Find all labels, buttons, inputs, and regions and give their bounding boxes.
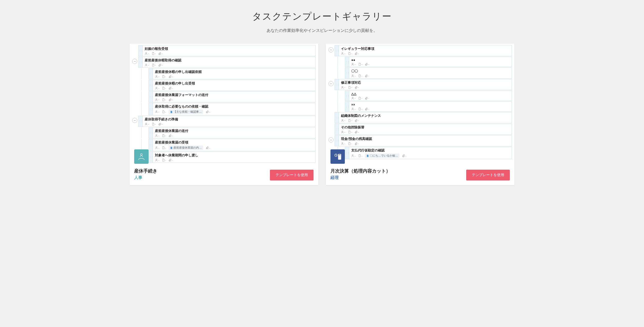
- drag-handle-icon[interactable]: ⋮⋮: [149, 80, 153, 91]
- task-title: 産前産後休暇の申し出確認依頼: [155, 70, 313, 74]
- task-meta: ---: [351, 107, 510, 110]
- task-title: 産前産後休業届の送付: [155, 129, 313, 133]
- page-header: タスクテンプレートギャラリー あなたの作業効率化やインスピレーションに少しの貢献…: [130, 10, 514, 33]
- use-template-button[interactable]: テンプレートを使用: [466, 170, 510, 180]
- task-meta: ---: [145, 63, 313, 66]
- task-meta: ---: [155, 86, 313, 90]
- task-title: ●●: [351, 58, 510, 62]
- collapse-icon[interactable]: −: [132, 118, 137, 123]
- task-title: 産休取得に必要なものの依頼・確認: [155, 104, 313, 109]
- task-item[interactable]: ⋮⋮産前産後休業届フォーマットの送付---: [149, 91, 316, 102]
- drag-handle-icon[interactable]: ⋮⋮: [149, 152, 153, 162]
- svg-point-16: [352, 108, 353, 109]
- task-meta: ---: [145, 52, 313, 55]
- task-title: ××: [351, 103, 510, 107]
- task-item[interactable]: ⋮⋮産休取得手続きの準備---: [138, 116, 316, 127]
- task-row: ⋮⋮●●---: [328, 57, 512, 67]
- collapse-icon[interactable]: −: [132, 59, 137, 64]
- task-row: ⋮⋮〇〇---: [328, 68, 512, 79]
- task-meta: ---: [155, 98, 313, 101]
- task-item[interactable]: ⋮⋮産前産後休暇取得の確認---: [138, 57, 316, 68]
- drag-handle-icon[interactable]: ⋮⋮: [335, 124, 339, 134]
- task-item[interactable]: ⋮⋮産前産後休暇の申し出確認依頼---: [149, 68, 316, 79]
- task-item[interactable]: ⋮⋮〇〇---: [345, 68, 512, 79]
- cards-container: ⋮⋮妊娠の報告受領---−⋮⋮産前産後休暇取得の確認---⋮⋮産前産後休暇の申し…: [130, 44, 514, 185]
- svg-point-28: [339, 157, 340, 157]
- svg-point-2: [156, 75, 157, 76]
- drag-handle-icon[interactable]: ⋮⋮: [335, 112, 339, 123]
- task-row: ⋮⋮対象者へ休業期間の申し渡し---: [132, 152, 316, 163]
- task-item[interactable]: ⋮⋮組織体制図のメンテナンス---: [335, 112, 512, 123]
- task-title: 妊娠の報告受領: [145, 46, 313, 51]
- drag-handle-icon[interactable]: ⋮⋮: [345, 102, 349, 111]
- drag-handle-icon[interactable]: ⋮⋮: [335, 136, 339, 146]
- task-title: 産前産後休暇取得の確認: [145, 58, 313, 63]
- svg-point-6: [145, 123, 147, 124]
- task-title: △△: [351, 92, 510, 96]
- collapse-icon[interactable]: −: [328, 137, 334, 142]
- svg-point-18: [342, 131, 343, 132]
- task-row: ⋮⋮妊娠の報告受領---: [132, 45, 316, 56]
- task-title: イレギュラー対応事項: [341, 46, 510, 51]
- task-item[interactable]: ⋮⋮修正事項対応---: [335, 79, 512, 90]
- task-item[interactable]: ⋮⋮その他控除振替---: [335, 124, 512, 135]
- svg-point-4: [156, 99, 157, 100]
- drag-handle-icon[interactable]: ⋮⋮: [149, 139, 153, 151]
- drag-handle-icon[interactable]: ⋮⋮: [335, 45, 339, 56]
- task-row: ⋮⋮支払代行仮勘定の確認--〇にち…でいるか確…-: [328, 147, 512, 159]
- task-title: 産前産後休業届フォーマットの送付: [155, 93, 313, 97]
- task-row: ⋮⋮産前産後休暇の申し出確認依頼---: [132, 68, 316, 79]
- task-row: ⋮⋮組織体制図のメンテナンス---: [328, 112, 512, 123]
- drag-handle-icon[interactable]: ⋮⋮: [149, 103, 153, 115]
- drag-handle-icon[interactable]: ⋮⋮: [345, 57, 349, 67]
- svg-point-29: [340, 157, 341, 157]
- drag-handle-icon[interactable]: ⋮⋮: [139, 45, 143, 56]
- task-item[interactable]: ⋮⋮××---: [345, 101, 512, 112]
- task-meta: --【主な依頼・確認事…-: [155, 110, 313, 114]
- collapse-icon[interactable]: −: [328, 47, 334, 52]
- task-row: ⋮⋮産前産後休暇の申し出受領---: [132, 80, 316, 91]
- collapse-icon[interactable]: −: [328, 81, 334, 86]
- template-category[interactable]: 経理: [330, 175, 391, 180]
- task-title: 産休取得手続きの準備: [145, 117, 313, 122]
- card-footer: 月次決算（処理内容カット）経理テンプレートを使用: [326, 163, 514, 185]
- task-title: 現金/預金の残高確認: [341, 137, 510, 141]
- drag-handle-icon[interactable]: ⋮⋮: [139, 57, 143, 68]
- drag-handle-icon[interactable]: ⋮⋮: [345, 147, 349, 159]
- drag-handle-icon[interactable]: ⋮⋮: [149, 69, 153, 79]
- task-item[interactable]: ⋮⋮妊娠の報告受領---: [138, 45, 316, 56]
- task-row: −⋮⋮産休取得手続きの準備---: [132, 116, 316, 127]
- drag-handle-icon[interactable]: ⋮⋮: [345, 68, 349, 78]
- task-item[interactable]: ⋮⋮産休取得に必要なものの依頼・確認--【主な依頼・確認事…-: [149, 103, 316, 115]
- task-item[interactable]: ⋮⋮産前産後休業届の受領--産前産後休業届の内…-: [149, 139, 316, 151]
- svg-point-12: [352, 63, 353, 64]
- drag-handle-icon[interactable]: ⋮⋮: [149, 92, 153, 102]
- task-item[interactable]: ⋮⋮●●---: [345, 57, 512, 67]
- template-title: 月次決算（処理内容カット）: [330, 168, 391, 174]
- task-item[interactable]: ⋮⋮△△---: [345, 91, 512, 101]
- task-row: −⋮⋮現金/預金の残高確認---: [328, 135, 512, 146]
- svg-point-25: [339, 156, 340, 156]
- task-item[interactable]: ⋮⋮産前産後休暇の申し出受領---: [149, 80, 316, 91]
- category-badge-icon: [330, 149, 345, 164]
- task-row: ⋮⋮産休取得に必要なものの依頼・確認--【主な依頼・確認事…-: [132, 103, 316, 115]
- drag-handle-icon[interactable]: ⋮⋮: [335, 79, 339, 90]
- task-item[interactable]: ⋮⋮イレギュラー対応事項---: [335, 45, 512, 56]
- use-template-button[interactable]: テンプレートを使用: [270, 170, 314, 180]
- drag-handle-icon[interactable]: ⋮⋮: [139, 116, 143, 127]
- template-card: ⋮⋮妊娠の報告受領---−⋮⋮産前産後休暇取得の確認---⋮⋮産前産後休暇の申し…: [130, 44, 318, 185]
- task-item[interactable]: ⋮⋮現金/預金の残高確認---: [335, 135, 512, 146]
- task-item[interactable]: ⋮⋮支払代行仮勘定の確認--〇にち…でいるか確…-: [345, 147, 512, 159]
- task-row: ⋮⋮××---: [328, 101, 512, 112]
- task-item[interactable]: ⋮⋮産前産後休業届の送付---: [149, 127, 316, 138]
- page-title: タスクテンプレートギャラリー: [130, 10, 514, 23]
- drag-handle-icon[interactable]: ⋮⋮: [345, 91, 349, 101]
- task-row: −⋮⋮産前産後休暇取得の確認---: [132, 57, 316, 68]
- drag-handle-icon[interactable]: ⋮⋮: [149, 128, 153, 138]
- template-category[interactable]: 人事: [134, 175, 157, 180]
- task-list: ⋮⋮妊娠の報告受領---−⋮⋮産前産後休暇取得の確認---⋮⋮産前産後休暇の申し…: [130, 44, 318, 163]
- task-title: 産前産後休業届の受領: [155, 140, 313, 145]
- svg-point-3: [156, 87, 157, 88]
- task-item[interactable]: ⋮⋮対象者へ休業期間の申し渡し---: [149, 152, 316, 163]
- category-badge-icon: [134, 149, 149, 164]
